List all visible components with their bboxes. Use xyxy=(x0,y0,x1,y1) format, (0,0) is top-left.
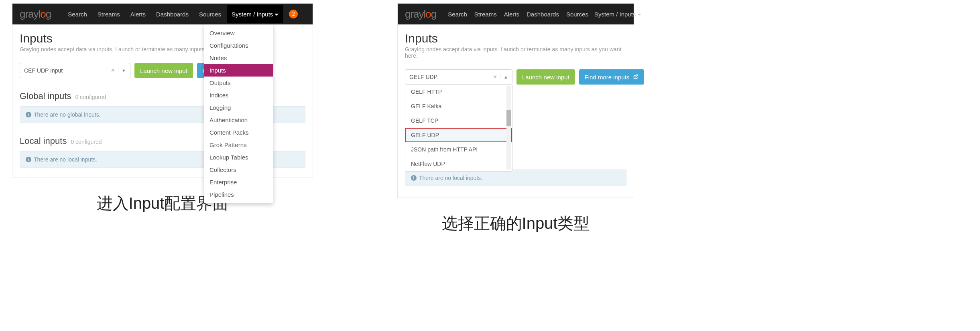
dropdown-logging[interactable]: Logging xyxy=(204,101,273,114)
dropdown-outputs[interactable]: Outputs xyxy=(204,77,273,89)
nav-search[interactable]: Search xyxy=(444,5,471,23)
dropdown-indices[interactable]: Indices xyxy=(204,89,273,101)
nav-streams[interactable]: Streams xyxy=(93,5,125,23)
launch-input-button[interactable]: Launch new input xyxy=(134,63,193,78)
option-gelf-udp[interactable]: GELF UDP xyxy=(405,128,512,142)
option-gelf-http[interactable]: GELF HTTP xyxy=(405,85,512,99)
external-link-icon xyxy=(633,74,638,81)
nav-sources[interactable]: Sources xyxy=(563,5,592,23)
navbar: graylog Search Streams Alerts Dashboards… xyxy=(398,4,634,24)
dropdown-overview[interactable]: Overview xyxy=(204,27,273,39)
nav-system-inputs[interactable]: System / Inputs xyxy=(592,5,644,23)
select-value: CEF UDP Input xyxy=(24,67,63,74)
nav-dashboards[interactable]: Dashboards xyxy=(523,5,563,23)
nav-system-inputs[interactable]: System / Inputs xyxy=(227,5,283,23)
dropdown-configurations[interactable]: Configurations xyxy=(204,39,273,52)
info-icon: i xyxy=(26,112,31,117)
system-dropdown[interactable]: Overview Configurations Nodes Inputs Out… xyxy=(204,24,273,203)
chevron-down-icon xyxy=(637,14,641,16)
dropdown-enterprise[interactable]: Enterprise xyxy=(204,176,273,188)
option-netflow-udp[interactable]: NetFlow UDP xyxy=(405,157,512,171)
option-gelf-tcp[interactable]: GELF TCP xyxy=(405,113,512,128)
select-value: GELF UDP xyxy=(409,74,437,80)
option-gelf-kafka[interactable]: GELF Kafka xyxy=(405,99,512,113)
page-subtitle: Graylog nodes accept data via inputs. La… xyxy=(405,46,626,59)
launch-input-button[interactable]: Launch new input xyxy=(516,69,575,85)
info-icon: i xyxy=(26,157,31,162)
local-inputs-empty: i There are no local inputs. xyxy=(405,170,626,186)
input-type-options[interactable]: GELF HTTP GELF Kafka GELF TCP GELF UDP J… xyxy=(405,85,512,172)
nav-alerts[interactable]: Alerts xyxy=(500,5,523,23)
notification-badge[interactable]: 2 xyxy=(289,10,298,18)
global-inputs-count: 0 configured xyxy=(75,94,106,100)
clear-icon[interactable]: × xyxy=(108,67,118,74)
page-title: Inputs xyxy=(405,32,626,45)
option-json-path[interactable]: JSON path from HTTP API xyxy=(405,142,512,157)
local-inputs-count: 0 configured xyxy=(71,139,102,145)
caption-right: 选择正确的Input类型 xyxy=(397,212,634,234)
info-icon: i xyxy=(411,175,417,181)
find-more-inputs-button[interactable]: Find more inputs xyxy=(579,69,645,85)
dropdown-inputs[interactable]: Inputs xyxy=(204,64,273,77)
svg-line-0 xyxy=(636,75,638,77)
dropdown-pipelines[interactable]: Pipelines xyxy=(204,188,273,201)
input-type-select[interactable]: GELF UDP × ▲ xyxy=(405,69,512,85)
clear-icon[interactable]: × xyxy=(490,73,500,81)
brand-logo: graylog xyxy=(20,8,51,20)
dropdown-grok-patterns[interactable]: Grok Patterns xyxy=(204,139,273,151)
nav-dashboards[interactable]: Dashboards xyxy=(151,5,193,23)
chevron-down-icon xyxy=(274,14,279,16)
chevron-down-icon[interactable]: ▼ xyxy=(118,68,126,73)
nav-sources[interactable]: Sources xyxy=(194,5,226,23)
nav-alerts[interactable]: Alerts xyxy=(126,5,150,23)
scrollbar[interactable] xyxy=(506,86,511,170)
nav-search[interactable]: Search xyxy=(63,5,92,23)
chevron-up-icon[interactable]: ▲ xyxy=(500,75,508,79)
brand-logo: graylog xyxy=(405,8,436,20)
nav-streams[interactable]: Streams xyxy=(471,5,500,23)
dropdown-authentication[interactable]: Authentication xyxy=(204,114,273,126)
navbar: graylog Search Streams Alerts Dashboards… xyxy=(12,4,313,24)
dropdown-content-packs[interactable]: Content Packs xyxy=(204,126,273,139)
input-type-select[interactable]: CEF UDP Input × ▼ xyxy=(20,63,130,78)
dropdown-nodes[interactable]: Nodes xyxy=(204,52,273,64)
dropdown-collectors[interactable]: Collectors xyxy=(204,163,273,176)
dropdown-lookup-tables[interactable]: Lookup Tables xyxy=(204,151,273,163)
scrollbar-thumb[interactable] xyxy=(506,110,511,126)
